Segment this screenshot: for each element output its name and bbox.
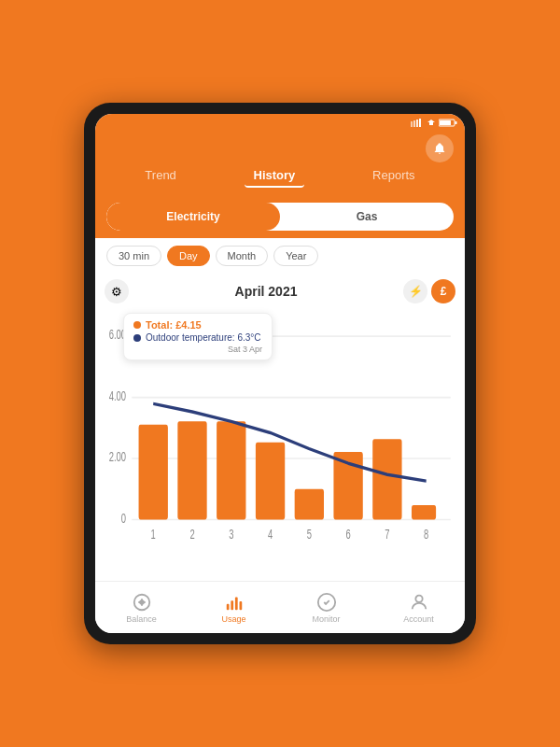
svg-text:1: 1 (151, 526, 156, 543)
nav-monitor[interactable]: Monitor (280, 588, 372, 627)
svg-rect-6 (440, 120, 451, 125)
svg-text:5: 5 (307, 526, 312, 543)
electricity-toggle[interactable]: Electricity (106, 203, 280, 231)
svg-rect-2 (416, 120, 418, 127)
nav-account[interactable]: Account (372, 588, 465, 627)
svg-text:7: 7 (385, 526, 389, 543)
chart-header: ⚙ April 2021 ⚡ £ (105, 279, 455, 303)
svg-rect-26 (231, 600, 233, 610)
tablet-device: Trend History Reports Electricity Gas 30… (84, 103, 476, 644)
gear-icon: ⚙ (111, 285, 122, 299)
balance-icon (132, 592, 152, 613)
usage-icon (224, 592, 245, 613)
svg-rect-3 (419, 119, 421, 127)
energy-type-toggle: Electricity Gas (95, 199, 465, 238)
chart-title: April 2021 (235, 284, 298, 299)
nav-usage-label: Usage (221, 614, 245, 624)
nav-monitor-label: Monitor (312, 614, 340, 624)
svg-text:3: 3 (229, 526, 233, 543)
tooltip-date: Sat 3 Apr (133, 345, 262, 354)
tablet-screen: Trend History Reports Electricity Gas 30… (95, 114, 465, 633)
svg-text:0: 0 (121, 509, 126, 526)
time-filter-row: 30 min Day Month Year (95, 238, 465, 274)
tab-reports[interactable]: Reports (363, 164, 425, 188)
svg-rect-28 (239, 601, 242, 610)
tab-history[interactable]: History (245, 164, 305, 188)
account-icon (409, 592, 429, 613)
bottom-navigation: Balance Usage Monitor (95, 581, 465, 633)
bar-5 (295, 489, 324, 520)
bell-button[interactable] (426, 134, 454, 162)
filter-month[interactable]: Month (216, 246, 269, 266)
bar-1 (139, 425, 168, 520)
bar-4 (256, 443, 285, 520)
currency-button[interactable]: £ (431, 279, 455, 303)
tooltip-temperature: Outdoor temperature: 6.3°C (133, 332, 262, 343)
bar-8 (412, 505, 436, 520)
svg-rect-25 (226, 603, 229, 609)
svg-rect-27 (234, 597, 237, 610)
monitor-icon (316, 592, 337, 613)
lightning-icon: ⚡ (409, 285, 423, 298)
lightning-button[interactable]: ⚡ (403, 279, 427, 303)
nav-usage[interactable]: Usage (188, 588, 280, 627)
filter-30min[interactable]: 30 min (106, 246, 161, 266)
svg-text:4.00: 4.00 (109, 387, 126, 403)
temp-dot (133, 334, 141, 342)
svg-text:2: 2 (189, 526, 194, 543)
tooltip-total: Total: £4.15 (133, 319, 262, 331)
pound-icon: £ (441, 285, 447, 298)
status-bar (95, 114, 465, 131)
svg-point-29 (415, 595, 422, 601)
bar-7 (372, 439, 401, 519)
svg-text:6: 6 (345, 526, 350, 543)
nav-account-label: Account (403, 614, 434, 624)
bar-2 (177, 421, 206, 519)
main-content: 30 min Day Month Year ⚙ April 2021 ⚡ (95, 238, 465, 581)
nav-balance[interactable]: Balance (95, 588, 188, 627)
nav-balance-label: Balance (126, 614, 157, 624)
svg-text:8: 8 (424, 526, 428, 543)
bar-3 (217, 421, 245, 519)
filter-day[interactable]: Day (167, 246, 210, 266)
chart-actions: ⚡ £ (403, 279, 455, 303)
app-header: Trend History Reports (95, 131, 465, 199)
svg-rect-0 (411, 121, 413, 127)
filter-year[interactable]: Year (273, 246, 318, 266)
svg-rect-5 (455, 121, 457, 124)
svg-rect-1 (413, 120, 415, 127)
chart-area: ⚙ April 2021 ⚡ £ (95, 274, 465, 581)
svg-point-24 (139, 599, 145, 605)
status-icons (411, 119, 457, 127)
svg-text:2.00: 2.00 (109, 448, 126, 465)
chart-tooltip: Total: £4.15 Outdoor temperature: 6.3°C … (123, 313, 273, 360)
total-dot (133, 321, 141, 329)
main-tabs: Trend History Reports (106, 164, 454, 188)
svg-text:4: 4 (268, 526, 273, 543)
gas-toggle[interactable]: Gas (280, 203, 454, 231)
tab-trend[interactable]: Trend (135, 164, 185, 188)
settings-button[interactable]: ⚙ (105, 279, 129, 303)
